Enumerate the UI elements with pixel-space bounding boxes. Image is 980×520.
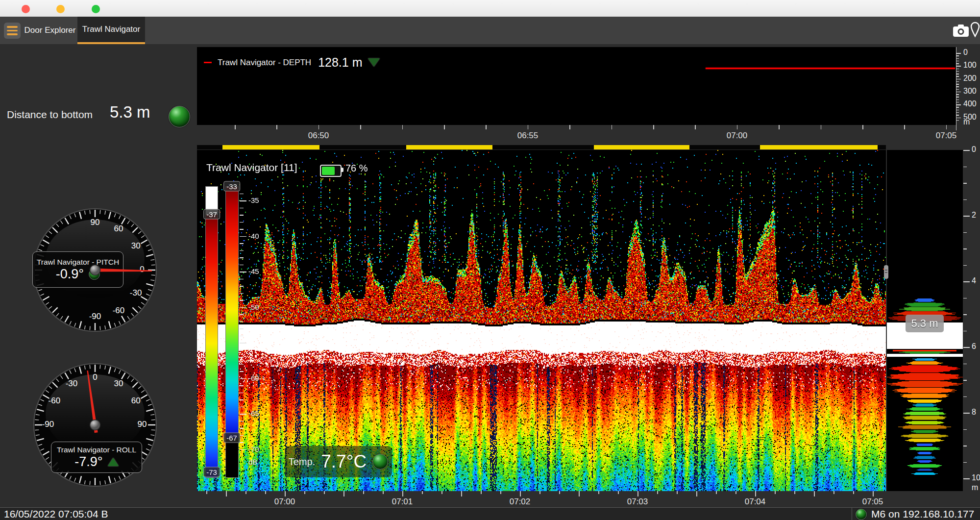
second-tick xyxy=(304,491,305,494)
gauge-scale-label: 0 xyxy=(140,265,144,274)
gauge-scale-label: -60 xyxy=(49,396,61,405)
half-minute-tick xyxy=(343,491,344,496)
time-tick-label: 07:00 xyxy=(727,131,748,141)
depth-tick xyxy=(956,104,961,105)
echogram-depth-axis: 0246810m xyxy=(963,145,980,498)
db-tick-label: -35 xyxy=(248,196,259,204)
db-tick-label: -65 xyxy=(248,409,259,418)
depth-tick xyxy=(956,118,961,119)
time-tick-label: 06:50 xyxy=(308,131,329,141)
depth-tick-label: 6 xyxy=(972,342,976,351)
half-minute-tick xyxy=(285,491,286,496)
depth-tick xyxy=(963,298,967,299)
depth-tick xyxy=(956,107,959,108)
battery-percentage: 76 % xyxy=(345,163,368,174)
roll-gauge-title: Trawl Navigator - ROLL xyxy=(57,446,136,454)
db-tick xyxy=(240,336,244,337)
close-window-button[interactable] xyxy=(22,5,30,13)
depth-tick xyxy=(963,265,967,266)
minute-tick xyxy=(486,125,487,129)
minute-tick xyxy=(528,125,529,129)
panel-splitter-grip[interactable] xyxy=(884,265,888,279)
depth-tick xyxy=(956,112,959,113)
db-tick xyxy=(240,328,244,329)
depth-tick xyxy=(956,58,959,59)
depth-chart-legend: Trawl Navigator - DEPTH 128.1 m xyxy=(204,55,380,70)
db-tick xyxy=(240,250,244,251)
pitch-gauge-value: -0.9° xyxy=(56,267,84,282)
battery-icon xyxy=(320,165,342,177)
depth-tick xyxy=(963,281,970,282)
hamburger-menu-button[interactable] xyxy=(4,23,21,39)
depth-tick-label: 10 xyxy=(972,473,980,482)
depth-tick xyxy=(963,413,970,414)
minute-tick xyxy=(653,125,654,129)
gauge-scale-label: -90 xyxy=(42,420,54,429)
bottom-distance-badge: 5.3 m xyxy=(906,315,944,332)
depth-tick xyxy=(956,94,959,95)
depth-tick xyxy=(963,199,967,200)
db-tick xyxy=(240,371,244,372)
db-tick xyxy=(240,378,246,379)
depth-tick xyxy=(956,120,959,121)
colorbar-left xyxy=(205,186,218,478)
depth-tick xyxy=(956,92,961,93)
db-tick xyxy=(240,243,244,244)
tab-trawl-navigator[interactable]: Trawl Navigator xyxy=(77,17,145,44)
status-datetime: 16/05/2022 07:05:04 B xyxy=(4,508,108,520)
camera-icon[interactable] xyxy=(953,24,969,37)
beam-profile-panel: 5.3 m xyxy=(887,150,963,491)
db-tick xyxy=(240,236,246,237)
time-tick-label: 06:55 xyxy=(517,131,539,141)
minute-tick xyxy=(946,125,947,129)
half-minute-tick xyxy=(402,491,403,496)
second-tick xyxy=(559,491,560,494)
db-tick xyxy=(240,407,244,408)
minute-tick xyxy=(904,125,905,129)
coverage-segment xyxy=(760,145,878,149)
tab-door-explorer[interactable]: Door Explorer xyxy=(23,17,77,44)
colorbar-gradient xyxy=(226,187,238,438)
db-tick xyxy=(240,350,244,351)
half-minute-tick xyxy=(755,491,756,496)
depth-tick-label: 2 xyxy=(972,211,976,220)
time-tick-label: 07:05 xyxy=(936,131,957,141)
minute-tick xyxy=(318,125,319,129)
db-tick xyxy=(240,314,244,315)
depth-chart: Trawl Navigator - DEPTH 128.1 m xyxy=(197,47,956,125)
db-tick xyxy=(240,435,244,436)
second-tick xyxy=(539,491,540,494)
second-tick xyxy=(794,491,795,494)
colorbar-black-tail xyxy=(226,438,238,477)
depth-tick-label: 0 xyxy=(963,48,968,57)
distance-to-bottom-label: Distance to bottom xyxy=(7,109,93,121)
second-tick xyxy=(618,491,619,494)
db-tick xyxy=(240,399,244,400)
depth-chart-y-axis: 0100200300400500m xyxy=(956,47,980,130)
data-coverage-bar xyxy=(197,145,886,149)
time-tick-label: 07:05 xyxy=(862,497,883,507)
pitch-gauge-readout: Trawl Navigator - PITCH -0.9° xyxy=(32,251,123,288)
db-tick xyxy=(240,322,244,322)
half-minute-tick xyxy=(696,491,697,496)
minute-tick xyxy=(444,125,445,129)
gauge-scale-label: -90 xyxy=(89,312,101,321)
second-tick xyxy=(363,491,364,494)
minimize-window-button[interactable] xyxy=(56,5,65,13)
connection-status-text: M6 on 192.168.10.177 xyxy=(871,508,974,520)
db-tick xyxy=(240,229,244,230)
depth-tick xyxy=(963,429,967,430)
gauge-scale-label: 0 xyxy=(93,372,97,382)
marker-pin-icon[interactable] xyxy=(970,22,980,38)
pitch-status-led xyxy=(89,269,100,280)
depth-tick xyxy=(963,314,967,315)
depth-tick xyxy=(963,216,970,217)
time-tick-label: 07:04 xyxy=(745,497,766,507)
depth-tick xyxy=(956,66,961,67)
zoom-window-button[interactable] xyxy=(92,5,100,13)
depth-tick-label: 300 xyxy=(963,87,977,96)
depth-tick xyxy=(956,81,959,82)
db-tick-label: -45 xyxy=(248,267,259,275)
gauge-scale-label: 90 xyxy=(138,420,147,429)
hamburger-icon xyxy=(7,26,18,28)
